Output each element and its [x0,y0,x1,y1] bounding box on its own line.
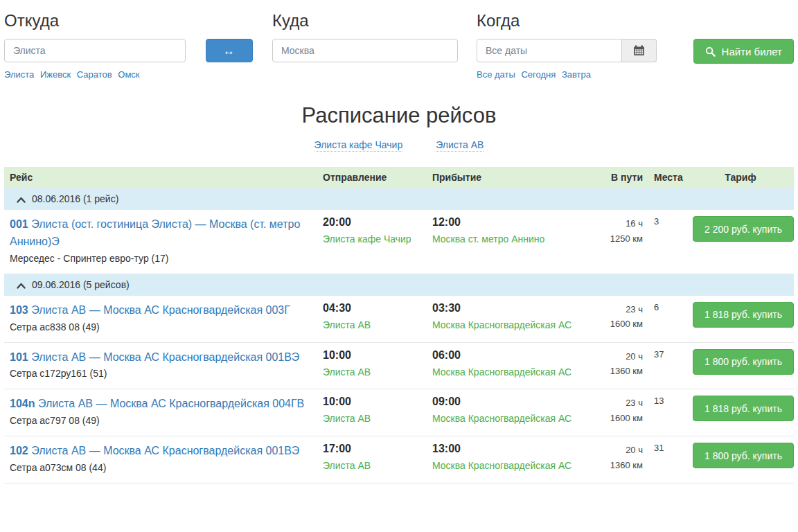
date-quick-link[interactable]: Сегодня [521,69,556,80]
duration-hours: 20 ч [604,443,643,457]
find-column: Найти билет [682,10,794,64]
duration-distance: 1360 км [604,364,643,378]
buy-ticket-button[interactable]: 1 818 руб. купить [693,396,794,421]
chevron-up-icon [17,197,26,203]
arrival-cell: 06:00 Москва Красногвардейская АС [427,342,598,389]
date-group-row[interactable]: 08.06.2016 (1 рейс) [4,188,794,210]
flight-number: 103 [10,304,28,316]
vehicle-info: Сетра ас838 08 (49) [10,321,312,332]
swap-column: ↔ [186,10,272,62]
flight-number: 102 [10,445,28,456]
departure-cell: 10:00 Элиста АВ [317,342,427,389]
vehicle-info: Сетра ас797 08 (49) [10,415,312,426]
tariff-cell: 1 800 руб. купить [687,436,794,484]
buy-ticket-button[interactable]: 1 800 руб. купить [693,349,794,375]
arrival-place: Москва ст. метро Аннино [432,233,593,246]
departure-place: Элиста АВ [323,412,421,425]
duration-distance: 1250 км [604,231,643,246]
route-title: Элиста АВ — Москва АС Красногвардейская … [38,398,304,409]
arrival-time: 03:30 [432,302,593,314]
station-link-kafe-chachir[interactable]: Элиста кафе Чачир [314,139,403,152]
date-quick-links: Все даты Сегодня Завтра [477,69,657,81]
from-city-link[interactable]: Омск [118,69,139,80]
duration-cell: 20 ч 1360 км [598,342,648,389]
departure-cell: 10:00 Элиста АВ [317,389,427,436]
from-city-link[interactable]: Саратов [77,69,112,80]
swap-icon: ↔ [223,44,235,57]
station-link-av[interactable]: Элиста АВ [436,139,484,152]
departure-cell: 20:00 Элиста кафе Чачир [317,210,427,274]
departure-cell: 17:00 Элиста АВ [317,436,427,484]
arrival-time: 12:00 [432,216,593,229]
col-header-arrival: Прибытие [427,167,598,188]
arrival-time: 13:00 [432,443,593,455]
schedule-table: Рейс Отправление Прибытие В пути Места Т… [4,167,794,484]
to-label: Куда [272,10,458,32]
date-input[interactable] [477,39,622,62]
to-column: Куда [272,10,458,62]
departure-place: Элиста кафе Чачир [323,233,421,246]
tariff-cell: 1 818 руб. купить [687,389,794,436]
search-form: Откуда Элиста Ижевск Саратов Омск ↔ Куда… [4,10,794,81]
duration-cell: 23 ч 1600 км [598,295,648,342]
to-input[interactable] [272,39,458,62]
departure-time: 04:30 [323,302,421,314]
route-link[interactable]: 101 Элиста АВ — Москва АС Красногвардейс… [10,349,312,366]
buy-ticket-button[interactable]: 1 818 руб. купить [693,302,794,328]
route-link[interactable]: 104n Элиста АВ — Москва АС Красногвардей… [10,396,312,413]
route-title: Элиста АВ — Москва АС Красногвардейская … [31,351,299,363]
duration-cell: 16 ч 1250 км [598,210,648,274]
arrival-place: Москва Красногвардейская АС [432,412,593,425]
arrival-place: Москва Красногвардейская АС [432,319,593,332]
flight-cell: 104n Элиста АВ — Москва АС Красногвардей… [4,389,317,436]
flight-cell: 103 Элиста АВ — Москва АС Красногвардейс… [4,295,317,342]
departure-place: Элиста АВ [323,319,421,332]
arrival-cell: 12:00 Москва ст. метро Аннино [427,210,598,274]
from-city-link[interactable]: Ижевск [40,69,71,80]
from-city-link[interactable]: Элиста [4,69,34,80]
duration-distance: 1600 км [604,411,643,425]
duration-hours: 16 ч [604,216,643,231]
date-quick-link[interactable]: Все даты [477,69,515,80]
find-ticket-button[interactable]: Найти билет [693,39,794,64]
swap-directions-button[interactable]: ↔ [206,39,253,62]
search-icon [705,46,716,57]
calendar-icon [633,45,645,56]
seats-cell: 31 [648,436,687,484]
flight-cell: 102 Элиста АВ — Москва АС Красногвардейс… [4,436,317,484]
col-header-seats: Места [648,167,687,188]
buy-ticket-button[interactable]: 1 800 руб. купить [693,443,794,468]
departure-time: 17:00 [323,443,421,455]
route-link[interactable]: 001 Элиста (ост. гостиница Элиста) — Мос… [10,216,312,251]
date-group-label: 08.06.2016 (1 рейс) [32,193,118,204]
flight-row: 001 Элиста (ост. гостиница Элиста) — Мос… [4,210,794,274]
from-column: Откуда Элиста Ижевск Саратов Омск [4,10,186,81]
arrival-place: Москва Красногвардейская АС [432,366,593,379]
route-link[interactable]: 102 Элиста АВ — Москва АС Красногвардейс… [10,443,312,460]
schedule-body: 08.06.2016 (1 рейс) 001 Элиста (ост. гос… [4,188,794,484]
arrival-cell: 09:00 Москва Красногвардейская АС [427,389,598,436]
route-title: Элиста АВ — Москва АС Красногвардейская … [31,445,299,456]
col-header-duration: В пути [598,167,648,188]
duration-cell: 20 ч 1360 км [598,436,648,484]
duration-hours: 20 ч [604,349,643,364]
duration-cell: 23 ч 1600 км [598,389,648,436]
seats-cell: 3 [648,210,687,274]
vehicle-info: Сетра с172ру161 (51) [10,368,312,379]
tariff-cell: 1 800 руб. купить [687,342,794,389]
spacer [693,10,794,39]
flight-number: 104n [10,398,35,409]
calendar-addon[interactable] [622,39,657,62]
buy-ticket-button[interactable]: 2 200 руб. купить [693,216,794,242]
flight-cell: 001 Элиста (ост. гостиница Элиста) — Мос… [4,210,317,274]
seats-cell: 37 [648,342,687,389]
from-input[interactable] [4,39,186,62]
find-ticket-label: Найти билет [722,46,782,57]
departure-cell: 04:30 Элиста АВ [317,295,427,342]
date-group-row[interactable]: 09.06.2016 (5 рейсов) [4,274,794,295]
route-link[interactable]: 103 Элиста АВ — Москва АС Красногвардейс… [10,302,312,319]
date-quick-link[interactable]: Завтра [562,69,591,80]
duration-hours: 23 ч [604,396,643,410]
flight-row: 101 Элиста АВ — Москва АС Красногвардейс… [4,342,794,389]
departure-time: 10:00 [323,349,421,362]
